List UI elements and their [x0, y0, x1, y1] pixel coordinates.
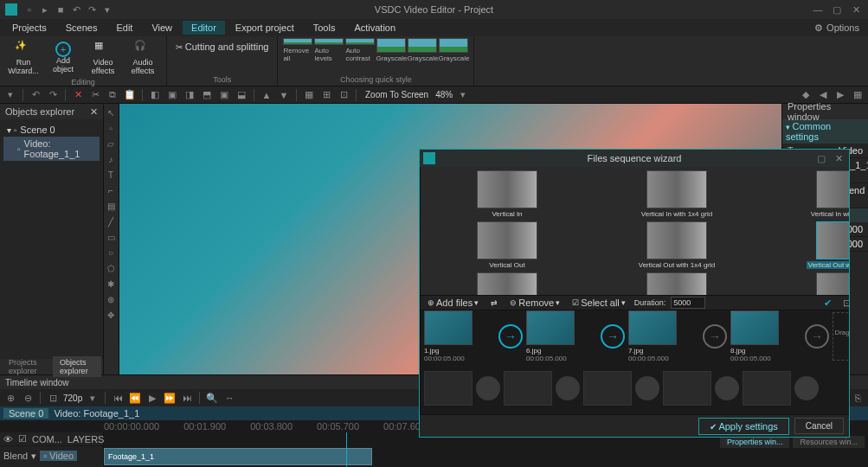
empty-slot[interactable] — [583, 371, 632, 406]
empty-slot[interactable] — [504, 371, 552, 406]
crop-icon[interactable]: ⊡ — [839, 296, 849, 310]
tab-properties-win[interactable]: Properties win... — [720, 436, 790, 448]
grid-thumb[interactable]: Vertical Out with 1x8 grid — [763, 221, 849, 269]
sprite-tool-icon[interactable]: ✱ — [104, 277, 118, 291]
grid-icon[interactable]: ▦ — [302, 88, 316, 102]
delete-icon[interactable]: ✕ — [71, 88, 85, 102]
tl-drop-icon[interactable]: ▾ — [86, 391, 100, 405]
shape-tool-icon[interactable]: ⬠ — [104, 261, 118, 275]
tl-link-icon[interactable]: ⎘ — [851, 391, 865, 405]
align-top-icon[interactable]: ⬒ — [200, 88, 214, 102]
maximize-button[interactable]: ▢ — [830, 3, 844, 16]
redo-icon[interactable]: ↷ — [46, 88, 60, 102]
checkbox-icon[interactable]: ☑ — [18, 433, 27, 445]
tree-scene[interactable]: ▾ ▫ Scene 0 — [3, 123, 100, 137]
rect-tool-icon[interactable]: ▭ — [104, 230, 118, 244]
tl-end-icon[interactable]: ⏭ — [180, 391, 194, 405]
tl-zoom-in-icon[interactable]: 🔍 — [205, 391, 219, 405]
add-object-button[interactable]: +Add object — [45, 38, 81, 78]
audio-effects-button[interactable]: 🎧Audio effects — [125, 38, 161, 78]
arrow-icon[interactable]: → — [703, 324, 727, 349]
menu-editor[interactable]: Editor — [183, 21, 225, 35]
playhead[interactable] — [346, 432, 347, 467]
run-wizard-button[interactable]: ✨Run Wizard... — [5, 38, 42, 78]
next-kf-icon[interactable]: ▶ — [833, 88, 847, 102]
arrow-icon[interactable]: → — [498, 324, 523, 349]
tl-folder-icon[interactable]: ⊡ — [46, 391, 60, 405]
dialog-close-icon[interactable]: ✕ — [832, 151, 845, 165]
keyframe-icon[interactable]: ◆ — [799, 88, 813, 102]
tl-remove-icon[interactable]: ⊖ — [21, 391, 35, 405]
tl-start-icon[interactable]: ⏮ — [111, 391, 125, 405]
audio-tool-icon[interactable]: ♪ — [104, 152, 118, 166]
grid-thumb[interactable]: Vertical Out — [424, 221, 590, 269]
paste-icon[interactable]: 📋 — [123, 88, 137, 102]
tl-next-icon[interactable]: ⏩ — [163, 391, 177, 405]
tl-bc-scene[interactable]: Scene 0 — [3, 408, 48, 419]
dialog-maximize-icon[interactable]: ▢ — [814, 151, 828, 165]
menu-edit[interactable]: Edit — [107, 21, 141, 35]
chart-tool-icon[interactable]: ▤ — [104, 199, 118, 213]
timeline-clip[interactable]: Footage_1_1 — [104, 448, 372, 465]
panel-close-icon[interactable]: ✕ — [90, 106, 98, 118]
grid-thumb[interactable]: Vertical In — [424, 170, 590, 218]
file-item[interactable]: 7.jpg00:00:05.000 — [628, 310, 699, 362]
menu-export-project[interactable]: Export project — [227, 21, 303, 35]
remove-button[interactable]: ⊖Remove ▾ — [506, 297, 563, 308]
menu-projects[interactable]: Projects — [3, 21, 55, 35]
drop-zone[interactable]: Drag and drop media files here — [833, 312, 849, 361]
tab-projects-explorer[interactable]: Projects explorer — [2, 356, 51, 377]
options-button[interactable]: ⚙ Options — [809, 21, 865, 35]
props-common[interactable]: ▾ Common settings — [782, 119, 868, 144]
file-item[interactable]: 1.jpg00:00:05.000 — [424, 310, 495, 362]
style-remove-all[interactable]: Remove all — [283, 38, 312, 62]
arrow-icon[interactable]: → — [601, 324, 625, 349]
image-tool-icon[interactable]: ▫ — [104, 121, 118, 135]
duration-input[interactable] — [671, 297, 705, 309]
grid-thumb[interactable]: Horizontal In — [424, 272, 590, 295]
prev-kf-icon[interactable]: ◀ — [816, 88, 830, 102]
snap-icon[interactable]: ⊡ — [337, 88, 350, 102]
qat-redo-icon[interactable]: ↷ — [85, 3, 99, 16]
qat-save-icon[interactable]: ■ — [54, 3, 68, 16]
tl-play-icon[interactable]: ▶ — [145, 391, 159, 405]
apply-check-icon[interactable]: ✔ — [820, 296, 834, 310]
grid2-icon[interactable]: ⊞ — [319, 88, 333, 102]
qat-new-icon[interactable]: ▫ — [23, 3, 36, 16]
minimize-button[interactable]: — — [811, 3, 825, 16]
menu-view[interactable]: View — [143, 21, 181, 35]
swap-button[interactable]: ⇄ — [487, 298, 501, 307]
arrow-icon[interactable]: → — [805, 324, 829, 349]
apply-settings-button[interactable]: ✔ Apply settings — [698, 418, 789, 435]
copy-icon[interactable]: ⧉ — [106, 88, 119, 102]
cursor-tool-icon[interactable]: ↖ — [104, 106, 118, 119]
eye-icon[interactable]: 👁 — [3, 434, 13, 445]
tl-add-icon[interactable]: ⊕ — [3, 391, 17, 405]
line-tool-icon[interactable]: ╱ — [104, 214, 118, 228]
cutting-button[interactable]: ✂ Cutting and splitting — [172, 38, 272, 55]
tl-fit-icon[interactable]: ↔ — [222, 391, 236, 405]
file-item[interactable]: 6.jpg00:00:05.000 — [526, 310, 597, 362]
tl-bc-clip[interactable]: Video: Footage_1_1 — [48, 408, 145, 419]
menu-scenes[interactable]: Scenes — [57, 21, 106, 35]
ellipse-tool-icon[interactable]: ○ — [104, 246, 118, 259]
cancel-button[interactable]: Cancel — [794, 418, 844, 434]
grid-thumb[interactable]: Vertical In with 1x8 grid — [763, 170, 849, 218]
zoom-label[interactable]: Zoom To Screen — [362, 90, 432, 99]
grid-thumb[interactable]: Horizontal In with 4x1 grid — [594, 272, 760, 295]
qat-more-icon[interactable]: ▾ — [100, 3, 114, 16]
track-row[interactable]: Blend ▾ ▫ Video — [0, 446, 103, 465]
layer-up-icon[interactable]: ▲ — [260, 88, 273, 102]
move-tool-icon[interactable]: ✥ — [104, 308, 118, 322]
layer-down-icon[interactable]: ▼ — [277, 88, 291, 102]
tab-resources-win[interactable]: Resources win... — [793, 436, 865, 448]
file-item[interactable]: 8.jpg00:00:05.000 — [730, 310, 801, 362]
video-tool-icon[interactable]: ▱ — [104, 137, 118, 150]
grid-thumb[interactable]: Vertical In with 1x4 grid — [594, 170, 760, 218]
view-mode-icon[interactable]: ▦ — [851, 88, 865, 102]
align-right-icon[interactable]: ◨ — [183, 88, 196, 102]
tab-objects-explorer[interactable]: Objects explorer — [53, 356, 101, 377]
zoom-pct[interactable]: 48% — [435, 90, 453, 99]
style-auto-levels[interactable]: Auto levels — [314, 38, 344, 62]
collapse-icon[interactable]: ▾ — [3, 88, 17, 102]
